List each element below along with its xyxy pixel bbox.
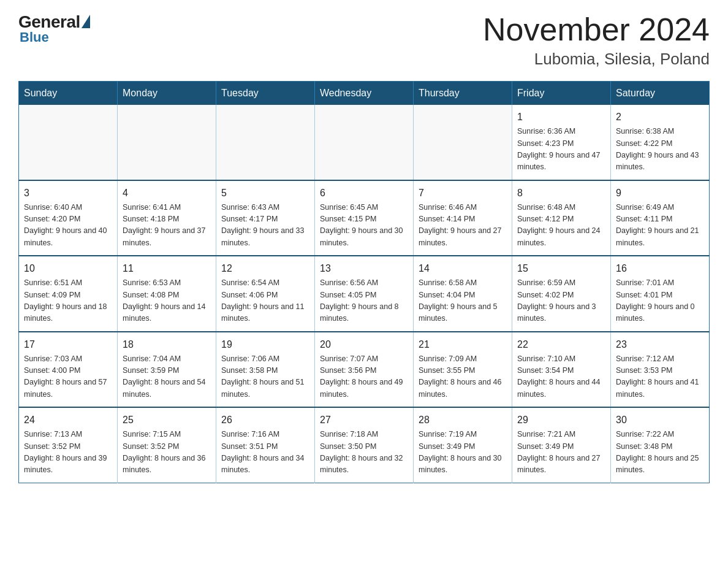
calendar-cell: 22Sunrise: 7:10 AMSunset: 3:54 PMDayligh… — [512, 332, 611, 408]
day-info: Sunrise: 6:41 AMSunset: 4:18 PMDaylight:… — [123, 202, 211, 250]
day-info: Sunrise: 7:12 AMSunset: 3:53 PMDaylight:… — [616, 353, 704, 401]
page-header: General Blue November 2024 Lubomia, Sile… — [18, 12, 710, 69]
calendar-cell: 17Sunrise: 7:03 AMSunset: 4:00 PMDayligh… — [19, 332, 118, 408]
day-number: 1 — [517, 110, 605, 124]
day-info: Sunrise: 7:18 AMSunset: 3:50 PMDaylight:… — [320, 429, 408, 477]
day-info: Sunrise: 7:06 AMSunset: 3:58 PMDaylight:… — [221, 353, 309, 401]
day-number: 26 — [221, 413, 309, 427]
day-number: 15 — [517, 261, 605, 276]
day-info: Sunrise: 7:16 AMSunset: 3:51 PMDaylight:… — [221, 429, 309, 477]
calendar-cell: 11Sunrise: 6:53 AMSunset: 4:08 PMDayligh… — [118, 256, 216, 332]
calendar-cell: 4Sunrise: 6:41 AMSunset: 4:18 PMDaylight… — [118, 180, 216, 256]
calendar-cell: 19Sunrise: 7:06 AMSunset: 3:58 PMDayligh… — [216, 332, 315, 408]
logo-blue-text: Blue — [20, 29, 49, 45]
day-number: 18 — [123, 337, 211, 352]
day-number: 6 — [320, 186, 408, 201]
day-info: Sunrise: 6:38 AMSunset: 4:22 PMDaylight:… — [616, 126, 704, 174]
calendar-week-row: 1Sunrise: 6:36 AMSunset: 4:23 PMDaylight… — [19, 105, 710, 180]
day-info: Sunrise: 6:56 AMSunset: 4:05 PMDaylight:… — [320, 277, 408, 325]
day-info: Sunrise: 6:54 AMSunset: 4:06 PMDaylight:… — [221, 277, 309, 325]
calendar-week-row: 10Sunrise: 6:51 AMSunset: 4:09 PMDayligh… — [19, 256, 710, 332]
day-info: Sunrise: 6:36 AMSunset: 4:23 PMDaylight:… — [517, 126, 605, 174]
calendar-cell: 20Sunrise: 7:07 AMSunset: 3:56 PMDayligh… — [315, 332, 414, 408]
day-number: 30 — [616, 413, 704, 427]
calendar-cell: 3Sunrise: 6:40 AMSunset: 4:20 PMDaylight… — [19, 180, 118, 256]
day-info: Sunrise: 7:13 AMSunset: 3:52 PMDaylight:… — [24, 429, 112, 477]
day-number: 23 — [616, 337, 704, 352]
calendar-cell — [19, 105, 118, 180]
calendar-cell: 10Sunrise: 6:51 AMSunset: 4:09 PMDayligh… — [19, 256, 118, 332]
calendar-cell: 23Sunrise: 7:12 AMSunset: 3:53 PMDayligh… — [611, 332, 710, 408]
calendar-cell — [216, 105, 315, 180]
day-info: Sunrise: 7:01 AMSunset: 4:01 PMDaylight:… — [616, 277, 704, 325]
day-number: 25 — [123, 413, 211, 427]
day-number: 13 — [320, 261, 408, 276]
day-number: 22 — [517, 337, 605, 352]
day-info: Sunrise: 7:22 AMSunset: 3:48 PMDaylight:… — [616, 429, 704, 477]
calendar-cell: 29Sunrise: 7:21 AMSunset: 3:49 PMDayligh… — [512, 407, 611, 483]
day-info: Sunrise: 6:49 AMSunset: 4:11 PMDaylight:… — [616, 202, 704, 250]
calendar-cell: 18Sunrise: 7:04 AMSunset: 3:59 PMDayligh… — [118, 332, 216, 408]
calendar-cell: 28Sunrise: 7:19 AMSunset: 3:49 PMDayligh… — [414, 407, 512, 483]
day-number: 27 — [320, 413, 408, 427]
calendar-week-row: 3Sunrise: 6:40 AMSunset: 4:20 PMDaylight… — [19, 180, 710, 256]
day-info: Sunrise: 7:21 AMSunset: 3:49 PMDaylight:… — [517, 429, 605, 477]
col-friday: Friday — [512, 82, 611, 105]
calendar-cell — [118, 105, 216, 180]
col-wednesday: Wednesday — [315, 82, 414, 105]
day-number: 9 — [616, 186, 704, 201]
day-number: 12 — [221, 261, 309, 276]
day-info: Sunrise: 6:48 AMSunset: 4:12 PMDaylight:… — [517, 202, 605, 250]
day-info: Sunrise: 7:03 AMSunset: 4:00 PMDaylight:… — [24, 353, 112, 401]
day-number: 11 — [123, 261, 211, 276]
calendar-cell: 26Sunrise: 7:16 AMSunset: 3:51 PMDayligh… — [216, 407, 315, 483]
day-info: Sunrise: 7:04 AMSunset: 3:59 PMDaylight:… — [123, 353, 211, 401]
logo-triangle-icon — [82, 15, 90, 28]
day-number: 10 — [24, 261, 112, 276]
calendar-cell: 5Sunrise: 6:43 AMSunset: 4:17 PMDaylight… — [216, 180, 315, 256]
day-number: 14 — [419, 261, 507, 276]
day-info: Sunrise: 6:59 AMSunset: 4:02 PMDaylight:… — [517, 277, 605, 325]
day-info: Sunrise: 7:15 AMSunset: 3:52 PMDaylight:… — [123, 429, 211, 477]
day-info: Sunrise: 6:53 AMSunset: 4:08 PMDaylight:… — [123, 277, 211, 325]
day-number: 8 — [517, 186, 605, 201]
day-number: 3 — [24, 186, 112, 201]
location-title: Lubomia, Silesia, Poland — [483, 50, 710, 69]
calendar-cell: 7Sunrise: 6:46 AMSunset: 4:14 PMDaylight… — [414, 180, 512, 256]
calendar-header-row: Sunday Monday Tuesday Wednesday Thursday… — [19, 82, 710, 105]
col-tuesday: Tuesday — [216, 82, 315, 105]
day-info: Sunrise: 6:45 AMSunset: 4:15 PMDaylight:… — [320, 202, 408, 250]
calendar-cell: 15Sunrise: 6:59 AMSunset: 4:02 PMDayligh… — [512, 256, 611, 332]
calendar-cell: 16Sunrise: 7:01 AMSunset: 4:01 PMDayligh… — [611, 256, 710, 332]
day-number: 24 — [24, 413, 112, 427]
calendar-cell — [414, 105, 512, 180]
calendar-cell: 21Sunrise: 7:09 AMSunset: 3:55 PMDayligh… — [414, 332, 512, 408]
month-title: November 2024 — [483, 12, 710, 47]
calendar-week-row: 17Sunrise: 7:03 AMSunset: 4:00 PMDayligh… — [19, 332, 710, 408]
day-info: Sunrise: 6:43 AMSunset: 4:17 PMDaylight:… — [221, 202, 309, 250]
day-info: Sunrise: 7:07 AMSunset: 3:56 PMDaylight:… — [320, 353, 408, 401]
col-sunday: Sunday — [19, 82, 118, 105]
day-number: 29 — [517, 413, 605, 427]
calendar-week-row: 24Sunrise: 7:13 AMSunset: 3:52 PMDayligh… — [19, 407, 710, 483]
day-info: Sunrise: 6:40 AMSunset: 4:20 PMDaylight:… — [24, 202, 112, 250]
day-info: Sunrise: 6:46 AMSunset: 4:14 PMDaylight:… — [419, 202, 507, 250]
day-number: 4 — [123, 186, 211, 201]
day-number: 20 — [320, 337, 408, 352]
calendar-cell: 6Sunrise: 6:45 AMSunset: 4:15 PMDaylight… — [315, 180, 414, 256]
day-number: 17 — [24, 337, 112, 352]
calendar-cell: 24Sunrise: 7:13 AMSunset: 3:52 PMDayligh… — [19, 407, 118, 483]
calendar-cell: 2Sunrise: 6:38 AMSunset: 4:22 PMDaylight… — [611, 105, 710, 180]
calendar-cell: 8Sunrise: 6:48 AMSunset: 4:12 PMDaylight… — [512, 180, 611, 256]
col-saturday: Saturday — [611, 82, 710, 105]
day-info: Sunrise: 6:51 AMSunset: 4:09 PMDaylight:… — [24, 277, 112, 325]
day-info: Sunrise: 7:19 AMSunset: 3:49 PMDaylight:… — [419, 429, 507, 477]
calendar-cell: 25Sunrise: 7:15 AMSunset: 3:52 PMDayligh… — [118, 407, 216, 483]
calendar-table: Sunday Monday Tuesday Wednesday Thursday… — [18, 81, 710, 483]
day-number: 16 — [616, 261, 704, 276]
day-number: 21 — [419, 337, 507, 352]
col-thursday: Thursday — [414, 82, 512, 105]
calendar-cell: 13Sunrise: 6:56 AMSunset: 4:05 PMDayligh… — [315, 256, 414, 332]
title-block: November 2024 Lubomia, Silesia, Poland — [483, 12, 710, 69]
calendar-cell: 12Sunrise: 6:54 AMSunset: 4:06 PMDayligh… — [216, 256, 315, 332]
